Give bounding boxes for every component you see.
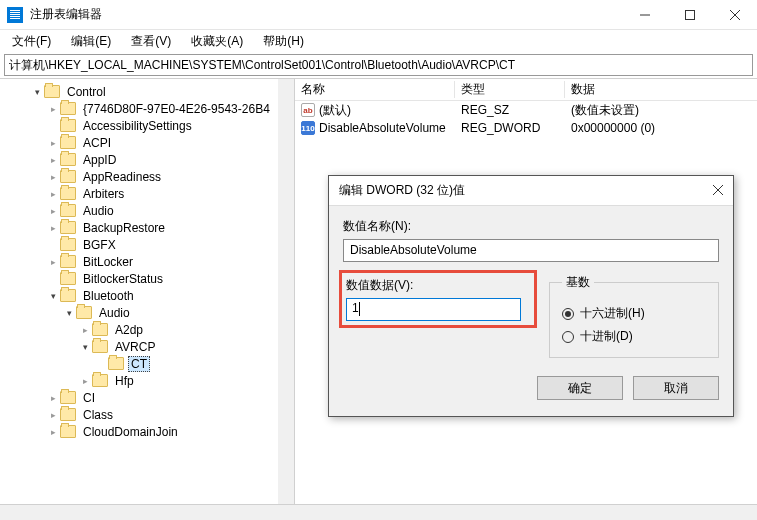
tree-node[interactable]: A2dp bbox=[0, 321, 294, 338]
chevron-right-icon[interactable] bbox=[78, 376, 92, 386]
dword-value-icon: 110 bbox=[301, 121, 315, 135]
tree-node[interactable]: {7746D80F-97E0-4E26-9543-26B4 bbox=[0, 100, 294, 117]
folder-icon bbox=[60, 102, 76, 115]
window-title: 注册表编辑器 bbox=[30, 6, 622, 23]
maximize-button[interactable] bbox=[667, 0, 712, 30]
value-name-label: 数值名称(N): bbox=[343, 218, 719, 235]
chevron-down-icon[interactable] bbox=[62, 308, 76, 318]
folder-icon bbox=[60, 391, 76, 404]
dialog-titlebar: 编辑 DWORD (32 位)值 bbox=[329, 176, 733, 206]
chevron-right-icon[interactable] bbox=[46, 410, 60, 420]
chevron-down-icon[interactable] bbox=[30, 87, 44, 97]
value-row[interactable]: 110DisableAbsoluteVolume REG_DWORD 0x000… bbox=[295, 119, 757, 137]
folder-icon bbox=[60, 221, 76, 234]
chevron-right-icon[interactable] bbox=[46, 138, 60, 148]
chevron-down-icon[interactable] bbox=[46, 291, 60, 301]
chevron-right-icon[interactable] bbox=[46, 189, 60, 199]
folder-icon bbox=[60, 170, 76, 183]
folder-icon bbox=[60, 187, 76, 200]
menu-help[interactable]: 帮助(H) bbox=[255, 31, 312, 52]
folder-icon bbox=[76, 306, 92, 319]
value-data-label: 数值数据(V): bbox=[346, 277, 530, 294]
col-type[interactable]: 类型 bbox=[455, 81, 565, 98]
tree-node[interactable]: Arbiters bbox=[0, 185, 294, 202]
tree-node-avrcp[interactable]: AVRCP bbox=[0, 338, 294, 355]
tree-node-audio[interactable]: Audio bbox=[0, 304, 294, 321]
col-name[interactable]: 名称 bbox=[295, 81, 455, 98]
tree-node[interactable]: BitlockerStatus bbox=[0, 270, 294, 287]
chevron-right-icon[interactable] bbox=[46, 427, 60, 437]
minimize-button[interactable] bbox=[622, 0, 667, 30]
tree-node[interactable]: AppReadiness bbox=[0, 168, 294, 185]
column-headers: 名称 类型 数据 bbox=[295, 79, 757, 101]
tree-pane: Control {7746D80F-97E0-4E26-9543-26B4 Ac… bbox=[0, 79, 295, 518]
radio-hex[interactable]: 十六进制(H) bbox=[562, 305, 706, 322]
folder-icon bbox=[60, 255, 76, 268]
folder-icon bbox=[60, 289, 76, 302]
highlight-annotation: 数值数据(V): 1 bbox=[339, 270, 537, 328]
svg-rect-1 bbox=[685, 10, 694, 19]
chevron-right-icon[interactable] bbox=[78, 325, 92, 335]
folder-icon bbox=[60, 119, 76, 132]
base-fieldset: 基数 十六进制(H) 十进制(D) bbox=[549, 274, 719, 358]
chevron-right-icon[interactable] bbox=[46, 206, 60, 216]
menubar: 文件(F) 编辑(E) 查看(V) 收藏夹(A) 帮助(H) bbox=[0, 30, 757, 52]
app-icon bbox=[7, 7, 23, 23]
tree-node[interactable]: AppID bbox=[0, 151, 294, 168]
value-data-input[interactable]: 1 bbox=[346, 298, 521, 321]
string-value-icon: ab bbox=[301, 103, 315, 117]
folder-icon bbox=[60, 408, 76, 421]
radio-icon bbox=[562, 308, 574, 320]
cancel-button[interactable]: 取消 bbox=[633, 376, 719, 400]
tree-node[interactable]: BitLocker bbox=[0, 253, 294, 270]
chevron-down-icon[interactable] bbox=[78, 342, 92, 352]
folder-icon bbox=[60, 238, 76, 251]
chevron-right-icon[interactable] bbox=[46, 393, 60, 403]
tree-node-control[interactable]: Control bbox=[0, 83, 294, 100]
folder-icon bbox=[60, 425, 76, 438]
tree-node[interactable]: CI bbox=[0, 389, 294, 406]
tree-node[interactable]: CloudDomainJoin bbox=[0, 423, 294, 440]
dialog-close-button[interactable] bbox=[713, 184, 723, 198]
folder-icon bbox=[92, 323, 108, 336]
tree-node[interactable]: Class bbox=[0, 406, 294, 423]
menu-file[interactable]: 文件(F) bbox=[4, 31, 59, 52]
chevron-right-icon[interactable] bbox=[46, 223, 60, 233]
menu-favorites[interactable]: 收藏夹(A) bbox=[183, 31, 251, 52]
tree-label: Control bbox=[64, 85, 109, 99]
menu-edit[interactable]: 编辑(E) bbox=[63, 31, 119, 52]
folder-icon bbox=[108, 357, 124, 370]
folder-icon bbox=[60, 153, 76, 166]
horizontal-scrollbar[interactable] bbox=[0, 504, 757, 520]
chevron-right-icon[interactable] bbox=[46, 104, 60, 114]
scrollbar[interactable] bbox=[278, 79, 294, 518]
value-row[interactable]: ab(默认) REG_SZ (数值未设置) bbox=[295, 101, 757, 119]
tree-node-ct[interactable]: CT bbox=[0, 355, 294, 372]
folder-icon bbox=[44, 85, 60, 98]
chevron-right-icon[interactable] bbox=[46, 172, 60, 182]
tree-node-bluetooth[interactable]: Bluetooth bbox=[0, 287, 294, 304]
tree-node[interactable]: AccessibilitySettings bbox=[0, 117, 294, 134]
menu-view[interactable]: 查看(V) bbox=[123, 31, 179, 52]
address-bar[interactable]: 计算机\HKEY_LOCAL_MACHINE\SYSTEM\ControlSet… bbox=[4, 54, 753, 76]
col-data[interactable]: 数据 bbox=[565, 81, 757, 98]
address-text: 计算机\HKEY_LOCAL_MACHINE\SYSTEM\ControlSet… bbox=[9, 57, 515, 74]
tree-node[interactable]: BGFX bbox=[0, 236, 294, 253]
folder-icon bbox=[60, 272, 76, 285]
value-name-field[interactable]: DisableAbsoluteVolume bbox=[343, 239, 719, 262]
radio-dec[interactable]: 十进制(D) bbox=[562, 328, 706, 345]
folder-icon bbox=[60, 204, 76, 217]
tree-node[interactable]: ACPI bbox=[0, 134, 294, 151]
chevron-right-icon[interactable] bbox=[46, 155, 60, 165]
folder-icon bbox=[60, 136, 76, 149]
close-button[interactable] bbox=[712, 0, 757, 30]
folder-icon bbox=[92, 340, 108, 353]
tree-node[interactable]: Hfp bbox=[0, 372, 294, 389]
tree-node[interactable]: BackupRestore bbox=[0, 219, 294, 236]
titlebar: 注册表编辑器 bbox=[0, 0, 757, 30]
tree-node[interactable]: Audio bbox=[0, 202, 294, 219]
dialog-title: 编辑 DWORD (32 位)值 bbox=[339, 182, 713, 199]
ok-button[interactable]: 确定 bbox=[537, 376, 623, 400]
chevron-right-icon[interactable] bbox=[46, 257, 60, 267]
folder-icon bbox=[92, 374, 108, 387]
